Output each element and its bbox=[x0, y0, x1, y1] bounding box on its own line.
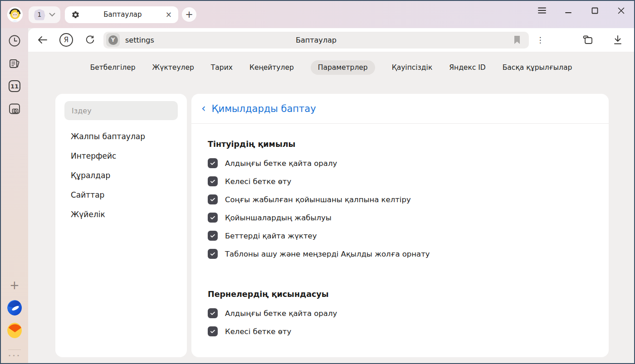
hamburger-icon bbox=[538, 7, 546, 14]
side-panels-button[interactable] bbox=[580, 32, 596, 48]
checkbox-label: Соңғы жабылған қойыншаны қалпына келтіру bbox=[225, 195, 411, 204]
section-title-mouse-gestures: Тінтуірдің қимылы bbox=[208, 140, 609, 149]
url-text[interactable]: settings bbox=[125, 36, 154, 44]
checkbox-label: Беттерді қайта жүктеу bbox=[225, 232, 317, 240]
checkbox[interactable] bbox=[208, 158, 218, 168]
tab-counter-badge: 1 bbox=[34, 9, 45, 20]
downloads-button[interactable] bbox=[610, 32, 626, 48]
settings-page: Бетбелгілер Жүктеулер Тарих Кеңейтулер П… bbox=[28, 52, 634, 363]
maximize-button[interactable] bbox=[589, 5, 601, 16]
checkbox-label: Таблоны ашу және меңзерді Ақылды жолға о… bbox=[225, 250, 430, 258]
checkbox-label: Қойыншалардың жабылуы bbox=[225, 214, 332, 222]
checkmark-icon bbox=[210, 160, 216, 166]
checkbox-label: Алдыңғы бетке қайта оралу bbox=[225, 159, 337, 168]
checkmark-icon bbox=[210, 328, 216, 335]
header-divider bbox=[191, 123, 609, 124]
checkbox-row[interactable]: Алдыңғы бетке қайта оралу bbox=[208, 154, 609, 172]
tab-count-badge: 11 bbox=[9, 80, 20, 92]
nav-tab-downloads[interactable]: Жүктеулер bbox=[152, 60, 194, 75]
checkbox[interactable] bbox=[208, 308, 218, 318]
feed-button[interactable] bbox=[7, 56, 22, 71]
refresh-icon bbox=[85, 35, 95, 45]
minimize-button[interactable] bbox=[562, 5, 574, 16]
all-tabs-button[interactable]: 11 bbox=[7, 79, 22, 93]
checkmark-icon bbox=[210, 214, 216, 221]
checkbox-row[interactable]: Келесі бетке өту bbox=[208, 172, 609, 190]
section-gap bbox=[208, 263, 609, 274]
checkbox-row[interactable]: Келесі бетке өту bbox=[208, 322, 609, 340]
close-window-button[interactable] bbox=[615, 5, 627, 16]
yandex-browser-shortcut[interactable] bbox=[7, 301, 22, 315]
checkmark-icon bbox=[210, 196, 216, 203]
nav-tab-yandex-id[interactable]: Яндекс ID bbox=[449, 60, 485, 75]
checkbox[interactable] bbox=[208, 326, 218, 336]
gear-icon bbox=[71, 10, 80, 19]
download-icon bbox=[613, 35, 622, 45]
toolbar-more-button[interactable]: ⋮ bbox=[533, 35, 547, 44]
checkbox[interactable] bbox=[208, 231, 218, 241]
sidebar-item-system[interactable]: Жүйелік bbox=[71, 210, 178, 219]
panel-body: Тінтуірдің қимылы Алдыңғы бетке қайта ор… bbox=[191, 140, 609, 340]
yandex-browser-logo bbox=[7, 300, 22, 315]
key-combos-list: Алдыңғы бетке қайта оралу Келесі бетке ө… bbox=[208, 304, 609, 340]
checkbox-row[interactable]: Алдыңғы бетке қайта оралу bbox=[208, 304, 609, 322]
settings-nav-tabs: Бетбелгілер Жүктеулер Тарих Кеңейтулер П… bbox=[28, 52, 634, 75]
screenshot-camera-icon bbox=[8, 102, 21, 116]
checkbox-label: Алдыңғы бетке қайта оралу bbox=[225, 309, 337, 318]
sidebar-item-sites[interactable]: Сайттар bbox=[71, 190, 178, 199]
toolbar-right-icons bbox=[580, 32, 626, 48]
checkbox[interactable] bbox=[208, 249, 218, 259]
profile-avatar[interactable] bbox=[7, 7, 23, 22]
new-tab-button[interactable]: + bbox=[182, 7, 196, 22]
rail-add-button[interactable]: + bbox=[7, 278, 22, 292]
checkbox-row[interactable]: Беттерді қайта жүктеу bbox=[208, 227, 609, 245]
checkmark-icon bbox=[210, 178, 216, 184]
rail-more-button[interactable]: ••• bbox=[8, 353, 21, 359]
nav-tab-bookmarks[interactable]: Бетбелгілер bbox=[90, 60, 136, 75]
rail-divider bbox=[8, 349, 21, 350]
nav-tab-settings[interactable]: Параметрлер bbox=[311, 60, 375, 75]
checkbox[interactable] bbox=[208, 213, 218, 223]
pages-icon bbox=[8, 57, 21, 70]
bookmark-button[interactable] bbox=[510, 33, 524, 47]
panel-header[interactable]: ‹ Қимылдарды баптау bbox=[191, 94, 609, 123]
refresh-button[interactable] bbox=[82, 32, 98, 48]
settings-menu: Жалпы баптаулар Интерфейс Құралдар Сайтт… bbox=[64, 132, 178, 219]
nav-tab-security[interactable]: Қауіпсіздік bbox=[392, 60, 433, 75]
checkbox-row[interactable]: Соңғы жабылған қойыншаны қалпына келтіру bbox=[208, 190, 609, 209]
sidebar-item-interface[interactable]: Интерфейс bbox=[71, 151, 178, 160]
tab-groups-icon bbox=[582, 34, 594, 45]
sidebar-item-tools[interactable]: Құралдар bbox=[71, 171, 178, 180]
nav-tab-history[interactable]: Тарих bbox=[211, 60, 233, 75]
protect-badge[interactable]: Y bbox=[106, 33, 120, 47]
address-bar[interactable]: Y settings Баптаулар bbox=[103, 32, 529, 49]
tab-close-icon[interactable]: × bbox=[166, 10, 172, 19]
checkbox[interactable] bbox=[208, 176, 218, 186]
mouse-gestures-list: Алдыңғы бетке қайта оралу Келесі бетке ө… bbox=[208, 154, 609, 263]
back-chevron-icon[interactable]: ‹ bbox=[201, 103, 206, 114]
nav-tab-extensions[interactable]: Кеңейтулер bbox=[249, 60, 294, 75]
tab-strip: 1 Баптаулар × + bbox=[1, 1, 634, 28]
browser-menu-button[interactable] bbox=[536, 5, 548, 16]
yandex-ya-logo: Я bbox=[59, 33, 73, 47]
checkbox[interactable] bbox=[208, 194, 218, 204]
checkbox-row[interactable]: Қойыншалардың жабылуы bbox=[208, 209, 609, 227]
checkmark-icon bbox=[210, 310, 216, 316]
checkbox-row[interactable]: Таблоны ашу және меңзерді Ақылды жолға о… bbox=[208, 245, 609, 263]
bookmark-flag-icon bbox=[513, 35, 521, 44]
protect-y-icon: Y bbox=[108, 35, 118, 45]
settings-sidebar: Жалпы баптаулар Интерфейс Құралдар Сайтт… bbox=[55, 94, 187, 357]
chevron-down-icon bbox=[49, 13, 55, 17]
tab-group-chip[interactable]: 1 bbox=[29, 6, 60, 23]
search-input[interactable] bbox=[64, 101, 178, 120]
yandex-mail-shortcut[interactable] bbox=[7, 323, 22, 338]
screenshot-button[interactable] bbox=[7, 102, 22, 116]
nav-tab-other-devices[interactable]: Басқа құрылғылар bbox=[503, 60, 572, 75]
sidebar-item-general[interactable]: Жалпы баптаулар bbox=[71, 132, 178, 141]
panel-title[interactable]: Қимылдарды баптау bbox=[212, 103, 316, 114]
checkbox-label: Келесі бетке өту bbox=[225, 177, 291, 186]
active-tab-settings[interactable]: Баптаулар × bbox=[65, 6, 178, 23]
yandex-search-button[interactable]: Я bbox=[58, 32, 74, 48]
history-button[interactable] bbox=[7, 34, 22, 48]
back-button[interactable] bbox=[34, 32, 51, 48]
